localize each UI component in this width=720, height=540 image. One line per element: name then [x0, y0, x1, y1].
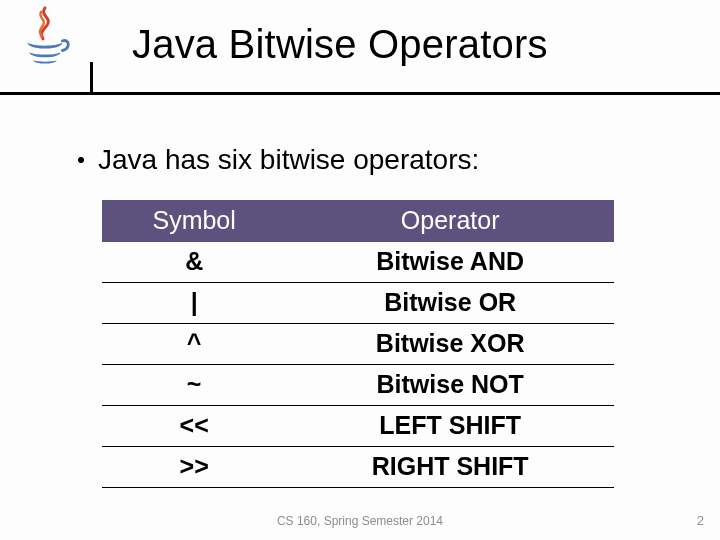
java-logo-icon	[14, 4, 76, 66]
table-row: << LEFT SHIFT	[102, 406, 614, 447]
footer-page-number: 2	[697, 513, 704, 528]
table-row: | Bitwise OR	[102, 283, 614, 324]
cell-operator: Bitwise XOR	[286, 324, 614, 365]
cell-operator: RIGHT SHIFT	[286, 447, 614, 488]
bullet-dot-icon	[78, 157, 84, 163]
slide-title: Java Bitwise Operators	[132, 22, 548, 67]
cell-symbol: ~	[102, 365, 286, 406]
title-rule-vertical	[90, 62, 93, 95]
table-row: & Bitwise AND	[102, 242, 614, 283]
table-header-operator: Operator	[286, 200, 614, 242]
table-row: ^ Bitwise XOR	[102, 324, 614, 365]
cell-symbol: >>	[102, 447, 286, 488]
footer-course: CS 160, Spring Semester 2014	[0, 514, 720, 528]
cell-symbol: |	[102, 283, 286, 324]
table-header-symbol: Symbol	[102, 200, 286, 242]
cell-operator: LEFT SHIFT	[286, 406, 614, 447]
cell-symbol: ^	[102, 324, 286, 365]
table-header-row: Symbol Operator	[102, 200, 614, 242]
operators-table: Symbol Operator & Bitwise AND | Bitwise …	[102, 200, 614, 488]
cell-operator: Bitwise AND	[286, 242, 614, 283]
table-row: ~ Bitwise NOT	[102, 365, 614, 406]
title-rule-horizontal	[0, 92, 720, 95]
bullet-text: Java has six bitwise operators:	[98, 144, 479, 175]
cell-operator: Bitwise NOT	[286, 365, 614, 406]
cell-symbol: &	[102, 242, 286, 283]
bullet-line: Java has six bitwise operators:	[78, 144, 479, 176]
slide-header: Java Bitwise Operators	[0, 0, 720, 110]
cell-symbol: <<	[102, 406, 286, 447]
cell-operator: Bitwise OR	[286, 283, 614, 324]
table-row: >> RIGHT SHIFT	[102, 447, 614, 488]
